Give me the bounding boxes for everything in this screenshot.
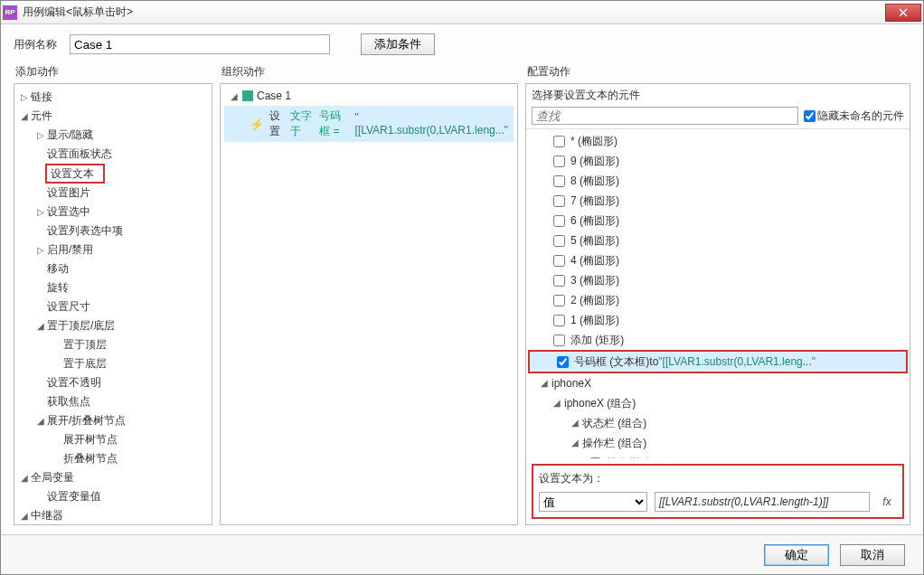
list-item[interactable]: 4 (椭圆形) (526, 250, 910, 270)
chevron-right-icon[interactable]: ▷ (36, 126, 45, 145)
tree-enabledisable[interactable]: 启用/禁用 (45, 243, 95, 256)
tree-treenodes[interactable]: 展开/折叠树节点 (45, 414, 127, 427)
action-target: 号码框 = (319, 108, 349, 139)
chevron-right-icon[interactable]: ▷ (20, 88, 29, 107)
group-iphonex[interactable]: ◢iphoneX (526, 373, 910, 393)
tree-rotate[interactable]: 旋转 (45, 281, 71, 294)
list-item[interactable]: 添加 (矩形) (526, 330, 910, 350)
list-item[interactable]: * (椭圆形) (526, 131, 910, 151)
tree-panelstate[interactable]: 设置面板状态 (45, 147, 114, 160)
list-item[interactable]: 操作栏 (矩形) (526, 453, 910, 458)
hide-unnamed-checkbox[interactable] (804, 110, 816, 122)
tree-focus[interactable]: 获取焦点 (45, 395, 92, 408)
set-text-as-label: 设置文本为： (539, 471, 897, 486)
fx-button[interactable]: fx (877, 495, 897, 508)
list-item[interactable]: 6 (椭圆形) (526, 211, 910, 231)
list-item-numbox[interactable]: 号码框 (文本框) to "[[LVAR1.substr(0,LVAR1.len… (530, 352, 906, 372)
chevron-right-icon[interactable]: ▷ (36, 240, 45, 259)
tree-setlistsel[interactable]: 设置列表选中项 (45, 224, 125, 237)
case-row[interactable]: ◢ Case 1 (224, 88, 514, 104)
tree-layer[interactable]: 置于顶层/底层 (45, 319, 117, 332)
tree-collapsenode[interactable]: 折叠树节点 (61, 452, 119, 465)
group-opsbar[interactable]: ◢操作栏 (组合) (526, 433, 910, 453)
tree-link[interactable]: 链接 (29, 90, 54, 103)
chevron-down-icon[interactable]: ◢ (230, 91, 239, 101)
list-item[interactable]: 3 (椭圆形) (526, 270, 910, 290)
chevron-down-icon[interactable]: ◢ (571, 435, 580, 451)
tree-move[interactable]: 移动 (45, 262, 71, 275)
action-expr: "[[LVAR1.substr(0,LVAR1.leng..." (355, 111, 508, 137)
tree-toback[interactable]: 置于底层 (61, 357, 108, 370)
chevron-down-icon[interactable]: ◢ (20, 107, 29, 126)
case-name-input[interactable] (70, 34, 330, 54)
chevron-right-icon[interactable]: ▷ (36, 203, 45, 222)
value-expression-input[interactable]: [[LVAR1.substr(0,LVAR1.length-1)]] (655, 492, 870, 512)
chevron-down-icon[interactable]: ◢ (571, 415, 580, 431)
search-input[interactable] (532, 107, 798, 125)
group-statusbar[interactable]: ◢状态栏 (组合) (526, 413, 910, 433)
action-mid: 文字于 (290, 108, 314, 139)
cancel-button[interactable]: 取消 (840, 544, 905, 566)
hide-unnamed-toggle[interactable]: 隐藏未命名的元件 (804, 108, 904, 124)
widget-list[interactable]: * (椭圆形) 9 (椭圆形) 8 (椭圆形) 7 (椭圆形) 6 (椭圆形) … (526, 128, 910, 458)
tree-setimage[interactable]: 设置图片 (45, 186, 92, 199)
add-condition-button[interactable]: 添加条件 (361, 33, 435, 55)
select-widget-label: 选择要设置文本的元件 (526, 84, 910, 107)
list-item[interactable]: 9 (椭圆形) (526, 151, 910, 171)
chevron-down-icon[interactable]: ◢ (36, 316, 45, 335)
list-item[interactable]: 1 (椭圆形) (526, 310, 910, 330)
ok-button[interactable]: 确定 (764, 544, 829, 566)
tree-expandnode[interactable]: 展开树节点 (61, 433, 119, 446)
chevron-down-icon[interactable]: ◢ (36, 411, 45, 430)
chevron-down-icon[interactable]: ◢ (20, 468, 29, 487)
close-button[interactable] (885, 4, 921, 22)
mid-col-title: 组织动作 (220, 64, 518, 80)
tree-showhide[interactable]: 显示/隐藏 (45, 128, 95, 141)
list-item[interactable]: 8 (椭圆形) (526, 171, 910, 191)
case-icon (242, 90, 253, 101)
list-item[interactable]: 2 (椭圆形) (526, 290, 910, 310)
right-col-title: 配置动作 (525, 64, 910, 80)
action-pre: 设置 (269, 108, 285, 139)
tree-globalvar[interactable]: 全局变量 (29, 471, 76, 484)
tree-setselected[interactable]: 设置选中 (45, 205, 92, 218)
chevron-down-icon[interactable]: ◢ (20, 506, 29, 525)
case-label: Case 1 (257, 90, 291, 102)
window-title: 用例编辑<鼠标单击时> (23, 5, 885, 20)
app-icon: RP (3, 5, 17, 20)
case-name-label: 用例名称 (14, 37, 57, 52)
tree-repeater[interactable]: 中继器 (29, 509, 65, 522)
chevron-down-icon[interactable]: ◢ (553, 395, 562, 411)
value-type-select[interactable]: 值 (539, 492, 647, 512)
bolt-icon: ⚡ (250, 118, 264, 131)
tree-setsize[interactable]: 设置尺寸 (45, 300, 92, 313)
actions-tree[interactable]: ▷链接 ◢元件 ▷显示/隐藏 设置面板状态 设置文本 设置图片 ▷设置选中 设置… (14, 84, 212, 525)
tree-tofront[interactable]: 置于顶层 (61, 338, 108, 351)
list-item[interactable]: 5 (椭圆形) (526, 231, 910, 250)
chevron-down-icon[interactable]: ◢ (541, 375, 550, 391)
tree-opacity[interactable]: 设置不透明 (45, 376, 103, 389)
group-iphonex-inner[interactable]: ◢iphoneX (组合) (526, 393, 910, 413)
tree-settext[interactable]: 设置文本 (45, 164, 105, 184)
left-col-title: 添加动作 (14, 64, 212, 80)
tree-setvar[interactable]: 设置变量值 (45, 490, 103, 503)
action-row[interactable]: ⚡ 设置 文字于 号码框 = "[[LVAR1.substr(0,LVAR1.l… (224, 106, 514, 142)
list-item[interactable]: 7 (椭圆形) (526, 191, 910, 211)
tree-widget[interactable]: 元件 (29, 109, 54, 122)
